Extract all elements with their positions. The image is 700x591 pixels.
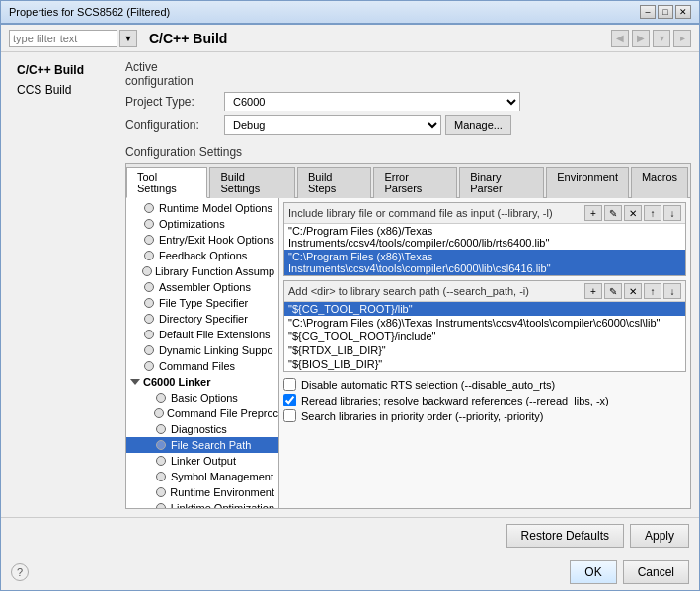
library-list-item[interactable]: "C:\Program Files (x86)\Texas Instrument… xyxy=(284,250,685,275)
checkbox-row: Search libraries in priority order (--pr… xyxy=(283,409,686,422)
manage-button[interactable]: Manage... xyxy=(445,115,511,135)
tree-item-entry-exit-hook-options[interactable]: Entry/Exit Hook Options xyxy=(126,232,278,248)
tree-item-icon xyxy=(142,359,156,373)
tab-tool-settings[interactable]: Tool Settings xyxy=(126,167,207,198)
tree-item-directory-specifier[interactable]: Directory Specifier xyxy=(126,311,278,327)
tree-item-icon xyxy=(142,249,156,262)
up-button[interactable]: ▾ xyxy=(653,30,670,47)
filter-input[interactable] xyxy=(9,30,117,47)
tree-item-default-file-extensions[interactable]: Default File Extensions xyxy=(126,327,278,342)
search-list-item[interactable]: "${RTDX_LIB_DIR}" xyxy=(284,343,685,357)
tree-item-basic-options[interactable]: Basic Options xyxy=(126,390,278,406)
tree-item-feedback-options[interactable]: Feedback Options xyxy=(126,248,278,263)
search-tool-button[interactable]: ↑ xyxy=(644,283,661,299)
tree-pane[interactable]: Runtime Model OptionsOptimizationsEntry/… xyxy=(126,198,279,508)
sidebar-item-c-c---build[interactable]: C/C++ Build xyxy=(9,60,113,80)
library-tool-button[interactable]: ✎ xyxy=(604,205,622,221)
tree-item-icon xyxy=(142,343,156,357)
active-config-label: Active configuration xyxy=(125,60,224,88)
tree-item-runtime-model-options[interactable]: Runtime Model Options xyxy=(126,200,278,216)
search-tool-button[interactable]: ✕ xyxy=(624,283,642,299)
configuration-row: Configuration: Debug Manage... xyxy=(125,115,691,135)
library-tool-button[interactable]: ↑ xyxy=(644,205,661,221)
configuration-dropdown[interactable]: Debug xyxy=(224,115,441,135)
checkbox-input[interactable] xyxy=(283,378,296,391)
tree-item-icon xyxy=(142,280,156,294)
tree-section-c6000-linker[interactable]: C6000 Linker xyxy=(126,374,278,390)
page-title: C/C++ Build xyxy=(149,31,611,46)
tab-binary-parser[interactable]: Binary Parser xyxy=(459,167,544,198)
tree-item-linktime-optimization[interactable]: Linktime Optimization xyxy=(126,500,278,508)
tree-item-command-files[interactable]: Command Files xyxy=(126,358,278,374)
content-area: C/C++ BuildCCS Build Active configuratio… xyxy=(1,52,699,517)
sidebar-item-ccs-build[interactable]: CCS Build xyxy=(9,80,113,100)
nav-bar: ▼ C/C++ Build ◀ ▶ ▾ ▸ xyxy=(1,25,699,52)
tree-item-command-file-preproce[interactable]: Command File Preproce xyxy=(126,406,278,421)
search-list-item[interactable]: "${CG_TOOL_ROOT}/lib" xyxy=(284,302,685,316)
tree-item-icon xyxy=(154,470,168,483)
tree-item-file-type-specifier[interactable]: File Type Specifier xyxy=(126,295,278,311)
search-list-item[interactable]: "C:\Program Files (x86)\Texas Instrument… xyxy=(284,316,685,330)
close-button[interactable]: ✕ xyxy=(675,5,691,19)
back-button[interactable]: ◀ xyxy=(611,30,629,47)
main-window: ▼ C/C++ Build ◀ ▶ ▾ ▸ C/C++ BuildCCS Bui… xyxy=(0,24,700,591)
down-button[interactable]: ▸ xyxy=(673,30,691,47)
config-settings-label: Configuration Settings xyxy=(125,145,691,159)
tree-item-diagnostics[interactable]: Diagnostics xyxy=(126,421,278,437)
tree-item-icon xyxy=(142,296,156,310)
library-section-label: Include library file or command file as … xyxy=(288,207,553,219)
title-bar: Properties for SCS8562 (Filtered) – □ ✕ xyxy=(0,0,700,24)
filter-dropdown-button[interactable]: ▼ xyxy=(119,30,137,47)
right-panel: Active configuration Project Type: C6000… xyxy=(117,60,691,509)
maximize-button[interactable]: □ xyxy=(658,5,673,19)
sidebar: C/C++ BuildCCS Build xyxy=(9,60,117,509)
search-tool-button[interactable]: + xyxy=(584,283,602,299)
tree-item-icon xyxy=(142,312,156,326)
library-list-item[interactable]: "C:/Program Files (x86)/Texas Instrument… xyxy=(284,224,685,250)
search-tool-button[interactable]: ✎ xyxy=(604,283,622,299)
config-settings: Tool SettingsBuild SettingsBuild StepsEr… xyxy=(125,163,691,509)
configuration-label: Configuration: xyxy=(125,118,224,132)
tree-item-icon xyxy=(154,454,168,468)
tree-item-linker-output[interactable]: Linker Output xyxy=(126,453,278,469)
tab-content: Runtime Model OptionsOptimizationsEntry/… xyxy=(126,198,690,508)
library-tool-button[interactable]: ↓ xyxy=(663,205,681,221)
search-section: Add <dir> to library search path (--sear… xyxy=(283,280,686,372)
search-list-item[interactable]: "${CG_TOOL_ROOT}/include" xyxy=(284,330,685,343)
library-tool-button[interactable]: + xyxy=(584,205,602,221)
tree-item-file-search-path[interactable]: File Search Path xyxy=(126,437,278,453)
tree-item-icon xyxy=(142,264,152,278)
minimize-button[interactable]: – xyxy=(640,5,656,19)
checkbox-section: Disable automatic RTS selection (--disab… xyxy=(283,378,686,425)
active-config-row: Active configuration xyxy=(125,60,691,88)
cancel-button[interactable]: Cancel xyxy=(623,560,689,584)
apply-button[interactable]: Apply xyxy=(630,524,689,548)
search-list-item[interactable]: "${BIOS_LIB_DIR}" xyxy=(284,357,685,371)
checkbox-input[interactable] xyxy=(283,394,296,406)
tree-item-assembler-options[interactable]: Assembler Options xyxy=(126,279,278,295)
forward-button[interactable]: ▶ xyxy=(632,30,650,47)
project-type-dropdown[interactable]: C6000 xyxy=(224,92,520,111)
restore-apply-bar: Restore Defaults Apply xyxy=(1,517,699,554)
tree-item-symbol-management[interactable]: Symbol Management xyxy=(126,469,278,484)
tree-item-icon xyxy=(154,422,168,436)
tree-item-library-function-assump[interactable]: Library Function Assump xyxy=(126,263,278,279)
tree-item-dynamic-linking-suppo[interactable]: Dynamic Linking Suppo xyxy=(126,342,278,358)
tab-environment[interactable]: Environment xyxy=(546,167,629,198)
nav-arrows: ◀ ▶ ▾ ▸ xyxy=(611,30,691,47)
search-tool-button[interactable]: ↓ xyxy=(663,283,681,299)
tab-build-steps[interactable]: Build Steps xyxy=(297,167,371,198)
ok-button[interactable]: OK xyxy=(570,560,616,584)
tree-item-runtime-environment[interactable]: Runtime Environment xyxy=(126,484,278,500)
tab-error-parsers[interactable]: Error Parsers xyxy=(373,167,457,198)
checkbox-label: Search libraries in priority order (--pr… xyxy=(301,410,544,422)
help-button[interactable]: ? xyxy=(11,563,29,581)
restore-defaults-button[interactable]: Restore Defaults xyxy=(506,524,624,548)
tree-item-icon xyxy=(142,233,156,247)
tab-build-settings[interactable]: Build Settings xyxy=(209,167,295,198)
tree-item-icon xyxy=(142,201,156,215)
checkbox-input[interactable] xyxy=(283,409,296,422)
tree-item-optimizations[interactable]: Optimizations xyxy=(126,216,278,232)
tab-macros[interactable]: Macros xyxy=(631,167,688,198)
library-tool-button[interactable]: ✕ xyxy=(624,205,642,221)
